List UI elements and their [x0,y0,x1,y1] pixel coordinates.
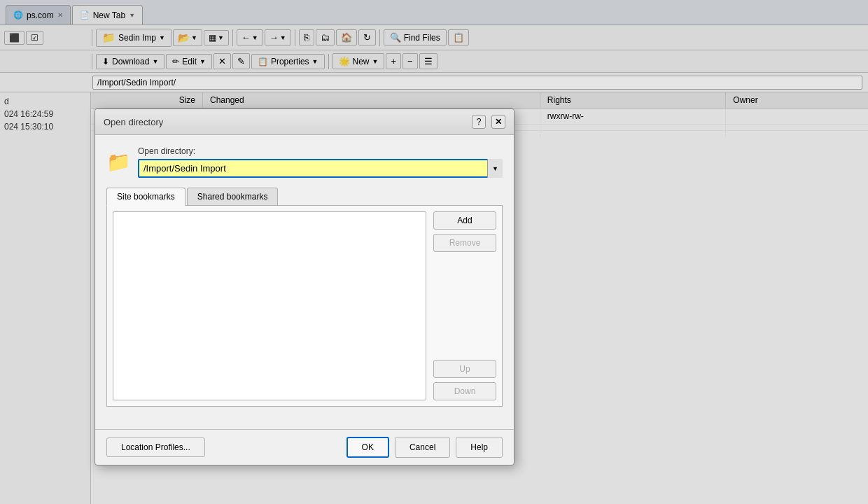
cancel-button[interactable]: Cancel [395,437,450,458]
dialog-help-button[interactable]: ? [472,115,486,129]
bookmarks-area: Add Remove Up Down [106,206,503,407]
open-dir-label: Open directory: [138,146,503,156]
cancel-label: Cancel [410,442,435,452]
open-dir-dropdown-btn[interactable]: ▼ [487,159,503,178]
ok-button[interactable]: OK [346,437,389,458]
dialog-controls: ? ✕ [472,115,505,129]
bookmark-tabs: Site bookmarks Shared bookmarks [106,188,503,206]
dialog-footer-right: OK Cancel Help [346,437,503,458]
dialog-titlebar: Open directory ? ✕ [95,109,514,135]
close-icon: ✕ [495,117,502,127]
ok-label: OK [362,442,374,452]
open-directory-dialog: Open directory ? ✕ 📁 Open directory: ▼ [94,108,514,465]
help-button[interactable]: Help [456,437,503,458]
open-dir-row: 📁 Open directory: ▼ [106,146,503,178]
help-icon: ? [477,117,482,127]
add-button[interactable]: Add [433,211,496,230]
up-button[interactable]: Up [433,360,496,378]
add-label: Add [457,216,472,225]
dialog-close-button[interactable]: ✕ [491,115,505,129]
folder-large-icon: 📁 [106,150,131,174]
location-profiles-label: Location Profiles... [121,442,190,452]
location-profiles-button[interactable]: Location Profiles... [106,438,205,457]
dialog-footer: Location Profiles... OK Cancel Help [95,429,514,465]
open-dir-input-wrap: ▼ [138,159,503,178]
bookmarks-list [113,211,426,400]
remove-button[interactable]: Remove [433,234,496,252]
up-label: Up [459,364,470,374]
dialog-title: Open directory [104,117,163,127]
open-dir-input[interactable] [138,159,503,178]
open-dir-inner: Open directory: ▼ [138,146,503,178]
down-button[interactable]: Down [433,382,496,400]
remove-label: Remove [449,238,481,248]
tab-site-bookmarks[interactable]: Site bookmarks [106,188,186,206]
bookmarks-buttons: Add Remove Up Down [433,211,496,400]
tab-shared-bookmarks[interactable]: Shared bookmarks [187,188,279,205]
help-label: Help [470,442,488,452]
dropdown-arrow-icon: ▼ [492,165,498,172]
down-label: Down [454,386,476,396]
dialog-body: 📁 Open directory: ▼ Site bookmarks Share… [95,135,514,429]
